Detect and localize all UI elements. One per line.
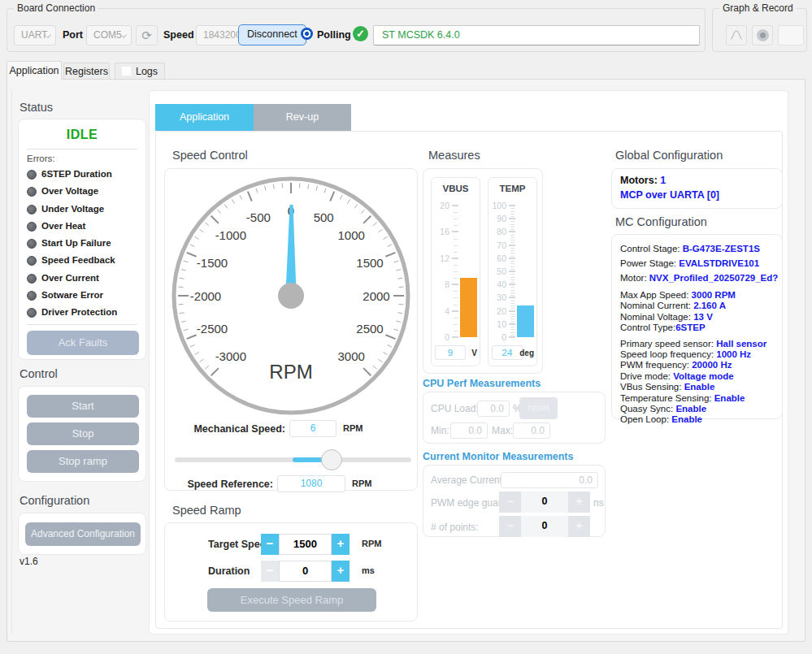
refresh-ports-button[interactable]: ⟳ bbox=[136, 25, 158, 45]
subtab-revup[interactable]: Rev-up bbox=[254, 104, 351, 131]
graph-button[interactable] bbox=[726, 25, 747, 45]
pwm-edge-guard-decrement-button[interactable]: − bbox=[499, 492, 521, 513]
vbus-tick-label: 0 bbox=[432, 332, 449, 342]
port-select[interactable]: COM5 bbox=[86, 25, 132, 45]
mc-config-row: Nominal Voltage: 13 V bbox=[620, 312, 777, 323]
tab-application[interactable]: Application bbox=[7, 61, 62, 80]
temp-minor-tick bbox=[510, 287, 515, 288]
svg-text:-500: -500 bbox=[246, 210, 271, 224]
target-speed-increment-button[interactable]: + bbox=[332, 534, 350, 555]
board-connection-title: Board Connection bbox=[14, 2, 98, 14]
motors-label: Motors: bbox=[620, 175, 660, 186]
execute-speed-ramp-button[interactable]: Execute Speed Ramp bbox=[207, 588, 376, 612]
duration-decrement-button[interactable]: − bbox=[261, 561, 279, 582]
temp-tick-label: 80 bbox=[489, 227, 506, 236]
error-label: Over Heat bbox=[41, 221, 85, 231]
record-icon bbox=[757, 29, 769, 41]
mc-config-value: 13 V bbox=[693, 312, 713, 322]
record-button[interactable] bbox=[752, 25, 773, 45]
vbus-value-field[interactable]: 9 bbox=[435, 345, 466, 360]
temp-minor-tick bbox=[510, 211, 515, 212]
record-time-box[interactable] bbox=[778, 25, 804, 45]
mc-config-row: Control Stage: B-G473E-ZEST1S bbox=[620, 241, 777, 256]
temp-minor-tick bbox=[510, 261, 515, 262]
measures-title: Measures bbox=[428, 149, 480, 162]
configuration-card: Advanced Configuration bbox=[18, 513, 146, 555]
speed-slider-handle[interactable] bbox=[321, 449, 342, 470]
disconnect-button[interactable]: Disconnect bbox=[238, 24, 306, 45]
vbus-tick-label: 16 bbox=[432, 227, 449, 236]
pwm-edge-guard-label: PWM edge guard: bbox=[431, 497, 510, 509]
points-field[interactable]: 0 bbox=[521, 516, 568, 537]
cpu-load-field[interactable]: 0.0 bbox=[477, 401, 510, 417]
speed-reference-unit: RPM bbox=[352, 479, 371, 488]
graph-curve-icon bbox=[730, 29, 743, 41]
mc-config-value: 3000 RPM bbox=[692, 290, 736, 300]
tab-logs[interactable]: Logs bbox=[115, 63, 165, 80]
duration-field[interactable]: 0 bbox=[279, 561, 332, 582]
graph-record-group: Graph & Record bbox=[712, 8, 807, 52]
error-item: Over Voltage bbox=[27, 184, 142, 201]
mc-config-value: Enable bbox=[714, 393, 745, 403]
control-section-title: Control bbox=[20, 367, 58, 380]
vbus-tick-label: 12 bbox=[432, 253, 449, 263]
mc-config-label: Max App Speed: bbox=[620, 290, 692, 300]
pwm-edge-guard-field[interactable]: 0 bbox=[521, 492, 568, 513]
cpu-load-reset-button[interactable]: reset bbox=[519, 397, 558, 419]
mc-config-row: Temperature Sensing: Enable bbox=[620, 393, 777, 404]
mc-config-row: Max App Speed: 3000 RPM bbox=[620, 290, 777, 301]
temp-minor-tick bbox=[510, 301, 515, 301]
points-increment-button[interactable]: + bbox=[568, 516, 590, 537]
error-indicator-dot bbox=[27, 222, 37, 232]
temp-minor-tick bbox=[510, 229, 515, 230]
temp-value-field[interactable]: 24 bbox=[492, 345, 523, 360]
advanced-configuration-button[interactable]: Advanced Configuration bbox=[25, 522, 141, 546]
temp-minor-tick bbox=[510, 329, 515, 330]
port-select-value: COM5 bbox=[93, 29, 122, 41]
vbus-minor-tick bbox=[454, 331, 458, 331]
start-button[interactable]: Start bbox=[27, 395, 139, 418]
speed-reference-field[interactable]: 1080 bbox=[277, 475, 345, 492]
temp-major-tick bbox=[509, 323, 515, 325]
uart-select[interactable]: UART bbox=[14, 25, 56, 45]
duration-label: Duration bbox=[208, 565, 250, 577]
status-card: IDLE Errors: 6STEP DurationOver VoltageU… bbox=[18, 119, 146, 360]
error-list: 6STEP DurationOver VoltageUnder VoltageO… bbox=[27, 167, 142, 323]
subtab-application[interactable]: Application bbox=[155, 104, 254, 131]
current-monitor-title: Current Monitor Measurements bbox=[423, 451, 573, 462]
vbus-major-tick bbox=[452, 310, 458, 312]
firmware-version-field[interactable]: ST MCSDK 6.4.0 bbox=[373, 25, 700, 45]
temp-minor-tick bbox=[510, 221, 515, 222]
mc-config-row: Drive mode: Voltage mode bbox=[620, 371, 777, 382]
error-indicator-dot bbox=[27, 205, 37, 214]
temp-major-tick bbox=[509, 336, 515, 338]
mc-config-row: VBus Sensing: Enable bbox=[620, 382, 777, 392]
mc-config-value: Hall sensor bbox=[716, 339, 766, 349]
cpu-load-min-field[interactable]: 0.0 bbox=[450, 422, 488, 439]
svg-text:2500: 2500 bbox=[356, 322, 383, 336]
global-configuration-title: Global Configuration bbox=[615, 149, 723, 162]
mc-config-label: Nominal Voltage: bbox=[620, 312, 693, 322]
mechanical-speed-field[interactable]: 6 bbox=[289, 420, 337, 437]
stop-ramp-button[interactable]: Stop ramp bbox=[27, 450, 139, 473]
mc-config-label: Control Stage: bbox=[620, 244, 683, 253]
error-item: Under Voltage bbox=[27, 202, 142, 219]
pwm-edge-guard-increment-button[interactable]: + bbox=[568, 492, 590, 513]
mc-config-label: Temperature Sensing: bbox=[620, 393, 714, 403]
tab-registers[interactable]: Registers bbox=[63, 63, 110, 80]
cpu-load-max-field[interactable]: 0.0 bbox=[513, 422, 550, 439]
temp-minor-tick bbox=[510, 237, 515, 238]
target-speed-field[interactable]: 1500 bbox=[279, 534, 332, 555]
points-decrement-button[interactable]: − bbox=[499, 516, 521, 537]
temp-major-tick bbox=[509, 258, 515, 259]
motors-value: 1 bbox=[660, 175, 666, 186]
stop-button[interactable]: Stop bbox=[27, 422, 139, 445]
duration-increment-button[interactable]: + bbox=[332, 561, 350, 582]
polling-radio[interactable] bbox=[301, 28, 313, 40]
ack-faults-button[interactable]: Ack Faults bbox=[27, 331, 139, 355]
average-current-field[interactable]: 0.0 bbox=[501, 472, 598, 488]
svg-text:-3000: -3000 bbox=[215, 349, 246, 363]
target-speed-decrement-button[interactable]: − bbox=[261, 534, 279, 555]
control-button-list: StartStopStop ramp bbox=[19, 387, 145, 481]
vbus-minor-tick bbox=[454, 324, 458, 325]
